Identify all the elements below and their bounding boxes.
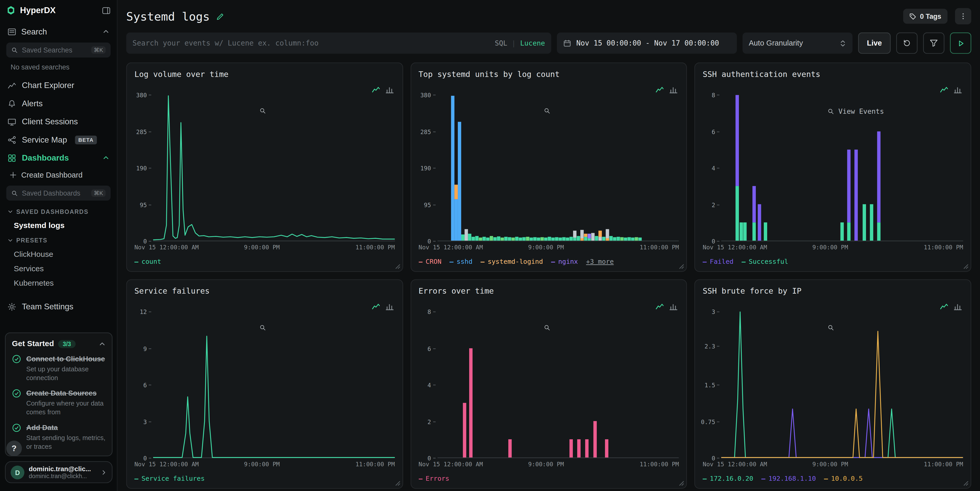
saved-dashboards-section[interactable]: SAVED DASHBOARDS <box>6 204 111 218</box>
y-tick-label: 190 <box>136 165 151 172</box>
line-chart-toggle-icon[interactable] <box>940 86 948 94</box>
sidebar-item-client-sessions[interactable]: Client Sessions <box>6 113 111 130</box>
sidebar-item-chart-explorer[interactable]: Chart Explorer <box>6 76 111 94</box>
live-button[interactable]: Live <box>858 32 891 54</box>
sidebar-item-alerts[interactable]: Alerts <box>6 94 111 113</box>
x-tick-label: 11:00:00 PM <box>355 244 395 251</box>
kebab-menu-icon <box>959 13 967 20</box>
gear-icon <box>8 302 16 311</box>
x-axis: Nov 15 12:00:00 AM9:00:00 PM11:00:00 PM <box>153 243 395 253</box>
chart-svg <box>721 95 963 241</box>
bar-chart-toggle-icon[interactable] <box>385 86 394 94</box>
granularity-select[interactable]: Auto Granularity <box>743 32 852 54</box>
run-query-button[interactable] <box>950 32 971 54</box>
y-tick-label: 12 <box>140 308 151 316</box>
check-circle-icon <box>12 423 21 432</box>
legend-item: —sshd <box>450 257 473 265</box>
line-chart-toggle-icon[interactable] <box>656 86 664 94</box>
view-events-link[interactable] <box>828 324 838 331</box>
plot-area <box>153 312 395 458</box>
view-events-link[interactable] <box>259 108 270 114</box>
y-tick-label: 4 <box>428 381 436 389</box>
resize-handle[interactable] <box>963 264 969 269</box>
y-axis: 380285190950 <box>134 95 153 241</box>
resize-handle[interactable] <box>679 264 684 269</box>
resize-handle[interactable] <box>395 481 401 486</box>
preset-item-services[interactable]: Services <box>6 261 111 276</box>
bar-chart-toggle-icon[interactable] <box>670 86 678 94</box>
bar-chart-toggle-icon[interactable] <box>670 302 678 311</box>
resize-handle[interactable] <box>395 264 401 269</box>
legend-item: —count <box>134 257 161 265</box>
bar-chart-toggle-icon[interactable] <box>954 86 962 94</box>
x-tick-label: 9:00:00 PM <box>812 461 848 467</box>
line-chart-toggle-icon[interactable] <box>656 302 664 311</box>
chevron-up-icon <box>102 28 110 35</box>
saved-searches-input[interactable]: Saved Searches ⌘K <box>6 43 111 57</box>
collapse-sidebar-icon[interactable] <box>102 6 111 15</box>
legend-item[interactable]: +3 more <box>586 257 614 265</box>
refresh-button[interactable] <box>896 32 918 54</box>
presets-section[interactable]: PRESETS <box>6 232 111 247</box>
y-tick-label: 3 <box>143 418 151 425</box>
y-tick-label: 6 <box>428 345 436 352</box>
sidebar-item-team-settings[interactable]: Team Settings <box>6 297 111 316</box>
get-started-step[interactable]: Connect to ClickHouse Set up your databa… <box>12 354 105 382</box>
bar-chart-toggle-icon[interactable] <box>954 302 962 311</box>
view-events-link[interactable] <box>544 324 554 331</box>
bar-chart-toggle-icon[interactable] <box>385 302 394 311</box>
time-range-picker[interactable]: Nov 15 00:00:00 - Nov 17 00:00:00 <box>557 32 737 54</box>
sql-toggle[interactable]: SQL <box>495 39 507 47</box>
edit-title-icon[interactable] <box>216 12 224 20</box>
main-content: Systemd logs 0 Tags SQL | Luc <box>118 0 980 491</box>
sidebar-item-search[interactable]: Search <box>6 22 111 40</box>
line-chart-toggle-icon[interactable] <box>372 302 380 311</box>
plot-area <box>153 95 395 241</box>
panel-title: SSH authentication events <box>703 70 963 79</box>
check-circle-icon <box>12 354 21 364</box>
preset-item-clickhouse[interactable]: ClickHouse <box>6 247 111 261</box>
sidebar: HyperDX Search Saved Searches ⌘K No save… <box>0 0 118 491</box>
sidebar-item-dashboards[interactable]: Dashboards <box>6 149 111 167</box>
line-chart-toggle-icon[interactable] <box>372 86 380 94</box>
chart-svg <box>153 312 395 458</box>
view-events-link[interactable]: View Events <box>828 108 884 116</box>
lucene-toggle[interactable]: Lucene <box>520 39 545 47</box>
chart-legend: —Failed—Successful <box>703 254 963 267</box>
preset-item-kubernetes[interactable]: Kubernetes <box>6 276 111 290</box>
create-dashboard-button[interactable]: Create Dashboard <box>6 167 111 184</box>
panel-menu-button[interactable] <box>955 8 971 24</box>
x-tick-label: 11:00:00 PM <box>924 461 963 467</box>
x-axis: Nov 15 12:00:00 AM9:00:00 PM11:00:00 PM <box>721 243 963 253</box>
select-chevrons-icon <box>840 39 846 47</box>
calendar-icon <box>563 39 571 47</box>
x-axis: Nov 15 12:00:00 AM9:00:00 PM11:00:00 PM <box>437 243 679 253</box>
chevron-up-icon[interactable] <box>99 340 106 347</box>
tags-button[interactable]: 0 Tags <box>903 9 948 24</box>
chart-svg <box>721 312 963 458</box>
saved-dashboards-input[interactable]: Saved Dashboards ⌘K <box>6 186 111 200</box>
sidebar-item-service-map[interactable]: Service Map BETA <box>6 131 111 149</box>
x-tick-label: 11:00:00 PM <box>355 461 395 467</box>
view-events-link[interactable] <box>259 324 270 331</box>
get-started-step[interactable]: Create Data Sources Configure where your… <box>12 389 105 416</box>
line-chart-toggle-icon[interactable] <box>940 302 948 311</box>
user-menu[interactable]: D dominic.tran@clic... dominic.tran@clic… <box>5 461 113 483</box>
search-icon <box>828 108 835 115</box>
view-events-link[interactable] <box>544 108 554 114</box>
resize-handle[interactable] <box>963 481 969 486</box>
help-button[interactable]: ? <box>6 440 22 456</box>
filter-button[interactable] <box>923 32 945 54</box>
x-tick-label: 9:00:00 PM <box>812 244 848 251</box>
resize-handle[interactable] <box>679 481 684 486</box>
event-search-input[interactable] <box>132 39 490 48</box>
panel-title: SSH brute force by IP <box>703 286 963 296</box>
y-tick-label: 1.5 <box>705 381 719 389</box>
saved-searches-placeholder: Saved Searches <box>22 46 72 54</box>
chart-panel: Top systemd units by log count 380285190… <box>410 62 687 272</box>
y-tick-label: 4 <box>711 165 719 172</box>
dashboard-item-systemd-logs[interactable]: Systemd logs <box>6 218 111 233</box>
avatar: D <box>11 465 24 479</box>
get-started-step[interactable]: Add Data Start sending logs, metrics, or… <box>12 423 105 451</box>
x-tick-label: Nov 15 12:00:00 AM <box>134 244 199 251</box>
